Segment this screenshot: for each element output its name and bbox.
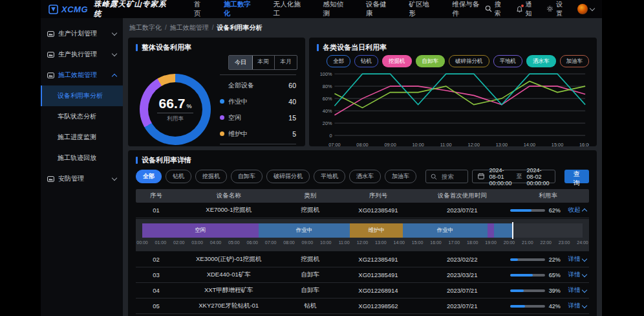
filter-pill-0[interactable]: 全部 (136, 170, 162, 183)
sidebar-menu: 生产计划管理生产执行管理施工效能管理设备利用率分析车队状态分析施工进度监测施工轨… (41, 23, 123, 189)
search-input[interactable] (440, 172, 463, 181)
timeline-tick: 05:00 (228, 240, 240, 245)
timeline-tick: 24:00 (577, 240, 588, 245)
notification-badge (521, 5, 524, 7)
svg-text:15:00: 15:00 (552, 142, 563, 148)
utilization-cell: 22%详情 (508, 255, 589, 264)
filter-pill-2[interactable]: 挖掘机 (195, 170, 227, 183)
brand: XCMG 珠峰露天矿山专家系统 (48, 0, 172, 19)
filter-pill-6[interactable]: 洒水车 (349, 170, 381, 183)
brand-title: 珠峰露天矿山专家系统 (94, 0, 172, 19)
sidebar-item-label: 生产计划管理 (58, 29, 109, 38)
legend-pill-3[interactable]: 自卸车 (416, 55, 445, 67)
sidebar-item-1[interactable]: 生产执行管理 (41, 44, 123, 65)
table-body: 01XE7000-1挖掘机挖掘机XG0123854912023/07/2162%… (136, 203, 589, 316)
search-action[interactable]: 搜索 (485, 0, 507, 18)
utilization-cell: 65%详情 (508, 271, 589, 279)
nav-actions: 搜索 通知 设置 (485, 0, 594, 18)
sidebar-item-0[interactable]: 生产计划管理 (41, 23, 123, 44)
column-header-4: 设备首次使用时间 (417, 192, 508, 200)
timeline-segment-work (494, 223, 512, 238)
user-menu[interactable] (577, 4, 594, 14)
cell: 04 (136, 287, 177, 294)
nav-item-0[interactable]: 首页 (194, 0, 207, 18)
legend-pill-5[interactable]: 平地机 (493, 55, 523, 67)
utilization-cell: 62%收起 (508, 206, 589, 214)
search-icon (431, 171, 437, 183)
legend-pill-4[interactable]: 破碎筛分机 (449, 55, 489, 67)
breadcrumb-item-2[interactable]: 设备利用率分析 (217, 24, 263, 31)
progress-bar (510, 274, 545, 276)
collapse-link[interactable]: 收起 (568, 206, 586, 214)
progress-bar (510, 209, 545, 212)
details-link[interactable]: 详情 (568, 255, 586, 264)
cell: XXT甲醇增程矿车 (177, 286, 281, 295)
sidebar-subitem-2-1[interactable]: 车队状态分析 (41, 106, 123, 127)
filter-pill-3[interactable]: 自卸车 (231, 170, 263, 183)
legend-pill-6[interactable]: 洒水车 (526, 55, 556, 67)
sidebar-subitem-2-3[interactable]: 施工轨迹回放 (41, 148, 123, 168)
cell: 03 (136, 271, 177, 278)
cell: XKY270E牙轮钻机-01 (177, 302, 281, 310)
sidebar-item-2[interactable]: 施工效能管理 (41, 65, 123, 85)
date-separator: 至 (516, 172, 522, 181)
svg-text:08:00: 08:00 (356, 142, 368, 148)
stat-row-2: 空闲15 (220, 109, 296, 126)
overall-utilization-panel: 整体设备利用率 今日本周本月 66.7% 利用率 全部设备60作业中40 (128, 38, 305, 146)
legend-pill-2[interactable]: 挖掘机 (382, 55, 412, 67)
stat-value: 60 (288, 82, 296, 89)
legend-pill-1[interactable]: 钻机 (354, 55, 378, 67)
sidebar-subitem-2-2[interactable]: 施工进度监测 (41, 127, 123, 148)
legend-pill-0[interactable]: 全部 (327, 55, 350, 67)
cell: 2023/02/22 (417, 256, 508, 263)
notifications-action[interactable]: 通知 (516, 0, 538, 18)
divider (157, 113, 193, 113)
category-filters: 全部钻机挖掘机自卸车破碎筛分机平地机洒水车加油车 (136, 170, 416, 183)
tab-period-0[interactable]: 今日 (228, 55, 253, 70)
cell: 自卸车 (281, 286, 339, 295)
nav-item-4[interactable]: 设备健康 (366, 0, 392, 18)
settings-action[interactable]: 设置 (546, 0, 568, 18)
utilization-percent: 22% (549, 256, 564, 263)
chevron-up-icon (582, 209, 587, 214)
breadcrumb-item-0[interactable]: 施工数字化 (129, 24, 162, 31)
details-link[interactable]: 详情 (568, 302, 586, 310)
cell: 挖掘机 (281, 255, 339, 264)
column-header-1: 设备名称 (177, 192, 281, 200)
utilization-percent: 42% (549, 303, 564, 310)
timeline-tick: 22:00 (540, 240, 552, 245)
tab-period-1[interactable]: 本周 (252, 56, 275, 69)
utilization-cell: 42%详情 (508, 302, 589, 310)
timeline-tick: 08:00 (283, 240, 295, 245)
details-link[interactable]: 详情 (568, 286, 586, 295)
date-range-picker[interactable]: 2024-08-01 00:00:00 至 2024-08-02 00:00:0… (472, 170, 555, 183)
utilization-percent: 65% (549, 272, 564, 278)
chevron-down-icon (112, 51, 117, 56)
svg-text:40%: 40% (323, 108, 332, 114)
svg-text:11:00: 11:00 (440, 142, 452, 148)
nav-item-1[interactable]: 施工数字化 (224, 0, 257, 18)
nav-item-3[interactable]: 感知侦测 (323, 0, 349, 18)
filter-pill-5[interactable]: 平地机 (314, 170, 345, 183)
nav-item-6[interactable]: 维保与备件 (452, 0, 485, 18)
filter-pill-1[interactable]: 钻机 (166, 170, 191, 183)
utilization-value: 66.7% (159, 96, 192, 110)
column-header-5: 利用率 (508, 192, 589, 200)
filter-pill-4[interactable]: 破碎筛分机 (266, 170, 310, 183)
nav-item-5[interactable]: 矿区地形 (409, 0, 436, 18)
tab-period-2[interactable]: 本月 (275, 56, 297, 69)
sidebar-subitem-2-0[interactable]: 设备利用率分析 (41, 85, 123, 106)
timeline-tick: 09:00 (302, 240, 314, 245)
cell: 自卸车 (281, 271, 339, 279)
title-bar-accent (317, 44, 319, 51)
legend-pill-7[interactable]: 加油车 (560, 55, 590, 67)
nav-item-2[interactable]: 无人化施工 (274, 0, 306, 18)
filter-pill-7[interactable]: 加油车 (385, 170, 416, 183)
timeline-tick: 15:00 (412, 240, 424, 245)
breadcrumb-item-1[interactable]: 施工效能管理 (170, 24, 209, 31)
query-button[interactable]: 查询 (564, 170, 590, 183)
category-legend: 全部钻机挖掘机自卸车破碎筛分机平地机洒水车加油车 (317, 55, 589, 67)
details-link[interactable]: 详情 (568, 271, 586, 279)
timeline-tick: 10:00 (320, 240, 332, 245)
sidebar-item-3[interactable]: 安防管理 (41, 168, 123, 189)
